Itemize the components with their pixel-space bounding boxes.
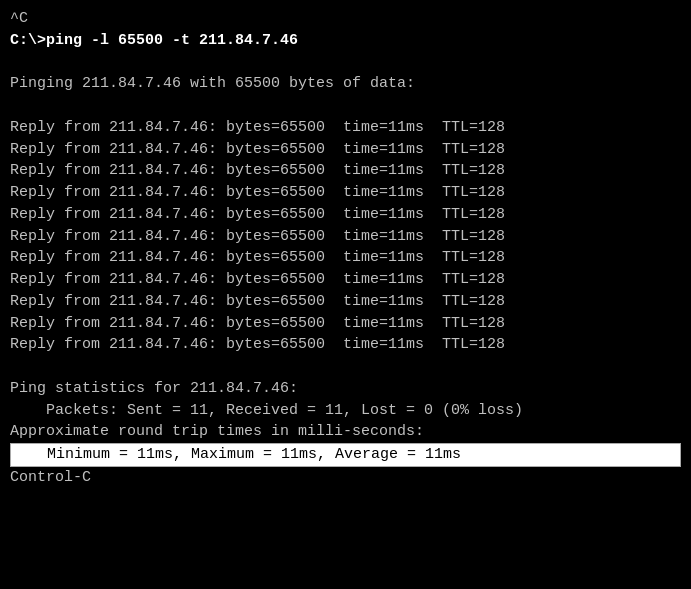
stats-packets: Packets: Sent = 11, Received = 11, Lost … xyxy=(10,400,681,422)
reply-7: Reply from 211.84.7.46: bytes=65500 time… xyxy=(10,247,681,269)
reply-5: Reply from 211.84.7.46: bytes=65500 time… xyxy=(10,204,681,226)
terminal-window: ^CC:\>ping -l 65500 -t 211.84.7.46Pingin… xyxy=(0,0,691,589)
reply-6: Reply from 211.84.7.46: bytes=65500 time… xyxy=(10,226,681,248)
reply-4: Reply from 211.84.7.46: bytes=65500 time… xyxy=(10,182,681,204)
blank-1 xyxy=(10,52,681,74)
reply-10: Reply from 211.84.7.46: bytes=65500 time… xyxy=(10,313,681,335)
reply-2: Reply from 211.84.7.46: bytes=65500 time… xyxy=(10,139,681,161)
reply-3: Reply from 211.84.7.46: bytes=65500 time… xyxy=(10,160,681,182)
reply-9: Reply from 211.84.7.46: bytes=65500 time… xyxy=(10,291,681,313)
reply-1: Reply from 211.84.7.46: bytes=65500 time… xyxy=(10,117,681,139)
blank-2 xyxy=(10,95,681,117)
pinging: Pinging 211.84.7.46 with 65500 bytes of … xyxy=(10,73,681,95)
min-max-avg: Minimum = 11ms, Maximum = 11ms, Average … xyxy=(10,443,681,467)
stats-header: Ping statistics for 211.84.7.46: xyxy=(10,378,681,400)
ctrl-c-1: ^C xyxy=(10,8,681,30)
reply-8: Reply from 211.84.7.46: bytes=65500 time… xyxy=(10,269,681,291)
ctrl-c-2: Control-C xyxy=(10,467,681,489)
cmd-line: C:\>ping -l 65500 -t 211.84.7.46 xyxy=(10,30,681,52)
blank-3 xyxy=(10,356,681,378)
approx-label: Approximate round trip times in milli-se… xyxy=(10,421,681,443)
reply-11: Reply from 211.84.7.46: bytes=65500 time… xyxy=(10,334,681,356)
